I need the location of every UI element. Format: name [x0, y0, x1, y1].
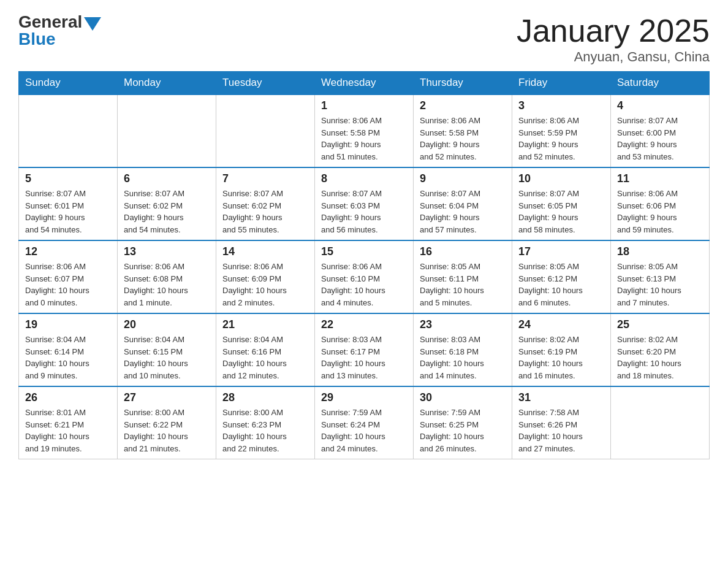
calendar-week-row: 5Sunrise: 8:07 AM Sunset: 6:01 PM Daylig…: [19, 167, 710, 240]
calendar-cell: 24Sunrise: 8:02 AM Sunset: 6:19 PM Dayli…: [512, 313, 611, 386]
day-of-week-header: Friday: [512, 72, 611, 95]
calendar-cell: 17Sunrise: 8:05 AM Sunset: 6:12 PM Dayli…: [512, 240, 611, 313]
day-number: 31: [518, 391, 604, 404]
day-of-week-header: Sunday: [19, 72, 118, 95]
day-number: 8: [321, 172, 407, 185]
calendar-cell: 1Sunrise: 8:06 AM Sunset: 5:58 PM Daylig…: [315, 94, 414, 167]
calendar-cell: 9Sunrise: 8:07 AM Sunset: 6:04 PM Daylig…: [414, 167, 512, 240]
calendar-cell: 10Sunrise: 8:07 AM Sunset: 6:05 PM Dayli…: [512, 167, 611, 240]
calendar-cell: 16Sunrise: 8:05 AM Sunset: 6:11 PM Dayli…: [414, 240, 512, 313]
calendar-cell: 30Sunrise: 7:59 AM Sunset: 6:25 PM Dayli…: [414, 386, 512, 459]
calendar-cell: 31Sunrise: 7:58 AM Sunset: 6:26 PM Dayli…: [512, 386, 611, 459]
day-number: 24: [518, 318, 604, 331]
calendar-cell: [19, 94, 118, 167]
calendar-cell: 3Sunrise: 8:06 AM Sunset: 5:59 PM Daylig…: [512, 94, 611, 167]
calendar-cell: 12Sunrise: 8:06 AM Sunset: 6:07 PM Dayli…: [19, 240, 118, 313]
day-number: 17: [518, 245, 604, 258]
day-info: Sunrise: 8:07 AM Sunset: 6:00 PM Dayligh…: [617, 115, 703, 163]
calendar-cell: 19Sunrise: 8:04 AM Sunset: 6:14 PM Dayli…: [19, 313, 118, 386]
day-of-week-header: Monday: [118, 72, 216, 95]
day-number: 5: [25, 172, 111, 185]
calendar-cell: 27Sunrise: 8:00 AM Sunset: 6:22 PM Dayli…: [118, 386, 216, 459]
calendar-cell: 29Sunrise: 7:59 AM Sunset: 6:24 PM Dayli…: [315, 386, 414, 459]
calendar-table: SundayMondayTuesdayWednesdayThursdayFrid…: [18, 71, 710, 459]
day-number: 27: [124, 391, 210, 404]
day-info: Sunrise: 8:06 AM Sunset: 6:08 PM Dayligh…: [124, 261, 210, 308]
day-number: 14: [222, 245, 308, 258]
day-info: Sunrise: 8:05 AM Sunset: 6:11 PM Dayligh…: [420, 261, 506, 308]
calendar-cell: 28Sunrise: 8:00 AM Sunset: 6:23 PM Dayli…: [216, 386, 315, 459]
day-info: Sunrise: 8:06 AM Sunset: 5:59 PM Dayligh…: [518, 115, 604, 163]
day-number: 29: [321, 391, 407, 404]
calendar-body: 1Sunrise: 8:06 AM Sunset: 5:58 PM Daylig…: [19, 94, 710, 459]
day-number: 7: [222, 172, 308, 185]
day-info: Sunrise: 8:02 AM Sunset: 6:20 PM Dayligh…: [617, 334, 703, 381]
calendar-cell: 23Sunrise: 8:03 AM Sunset: 6:18 PM Dayli…: [414, 313, 512, 386]
calendar-cell: 15Sunrise: 8:06 AM Sunset: 6:10 PM Dayli…: [315, 240, 414, 313]
calendar-cell: 21Sunrise: 8:04 AM Sunset: 6:16 PM Dayli…: [216, 313, 315, 386]
calendar-cell: 18Sunrise: 8:05 AM Sunset: 6:13 PM Dayli…: [611, 240, 710, 313]
day-info: Sunrise: 8:06 AM Sunset: 6:06 PM Dayligh…: [617, 188, 703, 236]
page-header: General Blue January 2025 Anyuan, Gansu,…: [18, 12, 710, 65]
day-info: Sunrise: 7:59 AM Sunset: 6:24 PM Dayligh…: [321, 407, 407, 454]
calendar-week-row: 19Sunrise: 8:04 AM Sunset: 6:14 PM Dayli…: [19, 313, 710, 386]
day-number: 30: [420, 391, 506, 404]
calendar-cell: 4Sunrise: 8:07 AM Sunset: 6:00 PM Daylig…: [611, 94, 710, 167]
day-info: Sunrise: 7:59 AM Sunset: 6:25 PM Dayligh…: [420, 407, 506, 454]
day-info: Sunrise: 8:01 AM Sunset: 6:21 PM Dayligh…: [25, 407, 111, 454]
calendar-week-row: 12Sunrise: 8:06 AM Sunset: 6:07 PM Dayli…: [19, 240, 710, 313]
day-info: Sunrise: 8:07 AM Sunset: 6:01 PM Dayligh…: [25, 188, 111, 236]
day-number: 18: [617, 245, 703, 258]
day-info: Sunrise: 8:06 AM Sunset: 6:10 PM Dayligh…: [321, 261, 407, 308]
day-info: Sunrise: 8:02 AM Sunset: 6:19 PM Dayligh…: [518, 334, 604, 381]
calendar-cell: [118, 94, 216, 167]
calendar-cell: 13Sunrise: 8:06 AM Sunset: 6:08 PM Dayli…: [118, 240, 216, 313]
day-number: 3: [518, 99, 604, 112]
day-info: Sunrise: 8:06 AM Sunset: 5:58 PM Dayligh…: [420, 115, 506, 163]
day-number: 2: [420, 99, 506, 112]
day-number: 13: [124, 245, 210, 258]
day-of-week-header: Saturday: [611, 72, 710, 95]
day-info: Sunrise: 8:04 AM Sunset: 6:15 PM Dayligh…: [124, 334, 210, 381]
logo-blue-text: Blue: [18, 29, 56, 49]
day-number: 28: [222, 391, 308, 404]
day-info: Sunrise: 8:06 AM Sunset: 6:09 PM Dayligh…: [222, 261, 308, 308]
day-number: 12: [25, 245, 111, 258]
calendar-cell: 20Sunrise: 8:04 AM Sunset: 6:15 PM Dayli…: [118, 313, 216, 386]
calendar-cell: 2Sunrise: 8:06 AM Sunset: 5:58 PM Daylig…: [414, 94, 512, 167]
calendar-cell: 11Sunrise: 8:06 AM Sunset: 6:06 PM Dayli…: [611, 167, 710, 240]
calendar-cell: 14Sunrise: 8:06 AM Sunset: 6:09 PM Dayli…: [216, 240, 315, 313]
day-info: Sunrise: 8:03 AM Sunset: 6:18 PM Dayligh…: [420, 334, 506, 381]
calendar-week-row: 26Sunrise: 8:01 AM Sunset: 6:21 PM Dayli…: [19, 386, 710, 459]
calendar-cell: 7Sunrise: 8:07 AM Sunset: 6:02 PM Daylig…: [216, 167, 315, 240]
logo-triangle-icon: [84, 17, 101, 31]
title-block: January 2025 Anyuan, Gansu, China: [517, 12, 710, 65]
day-info: Sunrise: 8:06 AM Sunset: 5:58 PM Dayligh…: [321, 115, 407, 163]
calendar-cell: [611, 386, 710, 459]
day-number: 19: [25, 318, 111, 331]
day-info: Sunrise: 8:07 AM Sunset: 6:02 PM Dayligh…: [124, 188, 210, 236]
day-info: Sunrise: 8:00 AM Sunset: 6:23 PM Dayligh…: [222, 407, 308, 454]
day-info: Sunrise: 8:07 AM Sunset: 6:05 PM Dayligh…: [518, 188, 604, 236]
calendar-cell: 26Sunrise: 8:01 AM Sunset: 6:21 PM Dayli…: [19, 386, 118, 459]
day-number: 20: [124, 318, 210, 331]
logo: General Blue: [18, 12, 101, 49]
day-number: 16: [420, 245, 506, 258]
day-number: 9: [420, 172, 506, 185]
calendar-cell: [216, 94, 315, 167]
day-number: 11: [617, 172, 703, 185]
day-info: Sunrise: 8:07 AM Sunset: 6:04 PM Dayligh…: [420, 188, 506, 236]
day-info: Sunrise: 8:00 AM Sunset: 6:22 PM Dayligh…: [124, 407, 210, 454]
calendar-cell: 6Sunrise: 8:07 AM Sunset: 6:02 PM Daylig…: [118, 167, 216, 240]
day-of-week-header: Wednesday: [315, 72, 414, 95]
day-info: Sunrise: 8:07 AM Sunset: 6:03 PM Dayligh…: [321, 188, 407, 236]
day-info: Sunrise: 8:05 AM Sunset: 6:13 PM Dayligh…: [617, 261, 703, 308]
day-of-week-header: Tuesday: [216, 72, 315, 95]
calendar-subtitle: Anyuan, Gansu, China: [517, 49, 710, 65]
calendar-cell: 22Sunrise: 8:03 AM Sunset: 6:17 PM Dayli…: [315, 313, 414, 386]
day-of-week-header: Thursday: [414, 72, 512, 95]
day-number: 22: [321, 318, 407, 331]
day-info: Sunrise: 8:05 AM Sunset: 6:12 PM Dayligh…: [518, 261, 604, 308]
day-number: 21: [222, 318, 308, 331]
day-info: Sunrise: 7:58 AM Sunset: 6:26 PM Dayligh…: [518, 407, 604, 454]
